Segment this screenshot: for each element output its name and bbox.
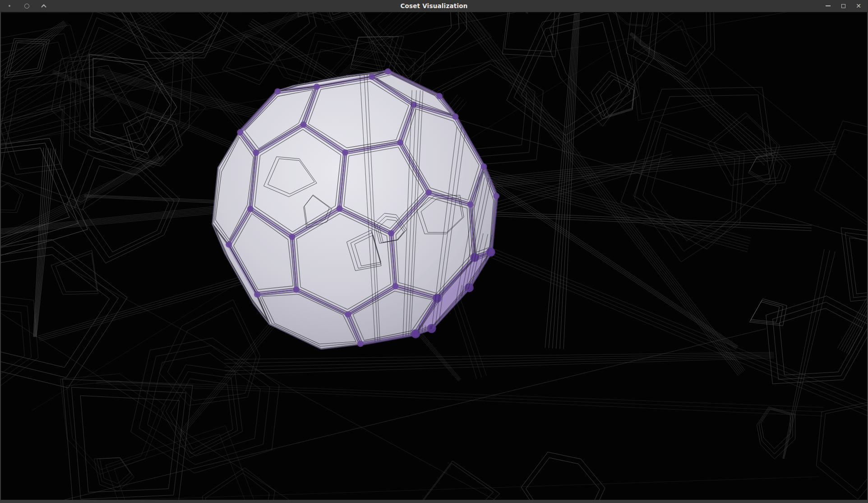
chevron-up-icon[interactable] xyxy=(39,1,49,11)
coset-vertex-marker[interactable] xyxy=(436,93,443,99)
maximize-icon xyxy=(841,4,845,8)
coset-3d-viewport[interactable] xyxy=(1,12,867,500)
coset-vertex-marker[interactable] xyxy=(345,311,351,317)
coset-vertex-marker[interactable] xyxy=(392,283,398,289)
viewport-container xyxy=(0,12,868,500)
close-button[interactable]: ✕ xyxy=(854,1,863,11)
minimize-icon xyxy=(826,5,831,6)
coset-vertex-marker[interactable] xyxy=(369,74,375,80)
coset-vertex-marker[interactable] xyxy=(254,291,260,298)
window-bottom-border xyxy=(0,500,868,503)
coset-vertex-marker[interactable] xyxy=(480,163,487,170)
coset-vertex-marker[interactable] xyxy=(274,88,281,94)
maximize-button[interactable] xyxy=(838,1,848,11)
coset-vertex-marker[interactable] xyxy=(493,193,499,199)
coset-vertex-marker[interactable] xyxy=(467,201,474,208)
titlebar-left-icons xyxy=(5,1,49,11)
coset-vertex-marker[interactable] xyxy=(289,233,295,240)
coset-vertex-marker[interactable] xyxy=(388,230,394,237)
window-controls: ✕ xyxy=(823,1,863,11)
coset-vertex-marker[interactable] xyxy=(425,189,432,196)
coset-vertex-marker[interactable] xyxy=(300,121,306,128)
coset-vertex-marker[interactable] xyxy=(486,247,495,256)
coset-vertex-marker[interactable] xyxy=(226,241,232,247)
coset-vertex-marker[interactable] xyxy=(357,340,364,347)
coset-vertex-marker[interactable] xyxy=(342,149,348,156)
coset-vertex-marker[interactable] xyxy=(237,129,243,135)
titlebar: Coset Visualization ✕ xyxy=(0,0,868,12)
coset-vertex-marker[interactable] xyxy=(385,68,391,75)
coset-vertex-marker[interactable] xyxy=(433,293,442,303)
close-icon: ✕ xyxy=(856,3,861,9)
minimize-button[interactable] xyxy=(823,1,833,11)
coset-vertex-marker[interactable] xyxy=(293,287,300,293)
window-title: Coset Visualization xyxy=(0,2,868,9)
coset-vertex-marker[interactable] xyxy=(247,206,254,212)
coset-vertex-marker[interactable] xyxy=(452,113,458,120)
app-dot-icon[interactable] xyxy=(5,1,14,11)
coset-vertex-marker[interactable] xyxy=(253,149,259,156)
coset-vertex-marker[interactable] xyxy=(314,84,320,90)
circle-menu-icon[interactable] xyxy=(22,1,32,11)
coset-vertex-marker[interactable] xyxy=(337,205,343,212)
coset-vertex-marker[interactable] xyxy=(397,140,403,146)
